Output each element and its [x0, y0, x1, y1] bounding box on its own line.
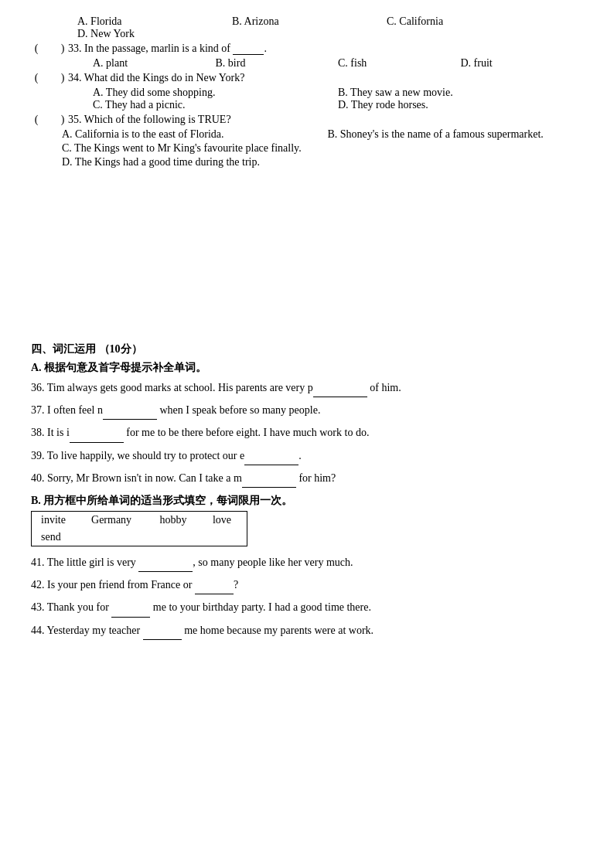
q33-opt-c: C. fish — [338, 57, 461, 70]
question-34-row: ( ) 34. What did the Kings do in New Yor… — [31, 72, 583, 84]
blank-37 — [103, 409, 157, 420]
question-33-row: ( ) 33. In the passage, marlin is a kind… — [31, 43, 583, 55]
q42-line: 42. Is your pen friend from France or ? — [31, 575, 583, 594]
q34-opt-a: A. They did some shopping. — [93, 87, 338, 99]
q36-line: 36. Tim always gets good marks at school… — [31, 378, 583, 397]
word-invite: invite — [32, 511, 83, 529]
q44-num: 44. — [31, 625, 46, 636]
q39-text: To live happily, we should try to protec… — [47, 450, 302, 461]
q42-num: 42. — [31, 579, 47, 591]
q38-line: 38. It is i for me to be there before ei… — [31, 423, 583, 442]
word-box-row2: send — [32, 529, 247, 546]
part-a-header: A. 根据句意及首字母提示补全单词。 — [31, 361, 583, 375]
bracket-open-33: ( — [31, 43, 42, 55]
word-box-empty — [82, 529, 247, 546]
q38-text: It is i for me to be there before eight.… — [47, 427, 369, 438]
q40-line: 40. Sorry, Mr Brown isn't in now. Can I … — [31, 468, 583, 488]
q33-opt-d: D. fruit — [461, 57, 584, 70]
q38-num: 38. — [31, 427, 47, 438]
q43-num: 43. — [31, 601, 47, 613]
blank-41 — [138, 561, 193, 572]
question-33-text: 33. In the passage, marlin is a kind of … — [68, 43, 267, 55]
blank-40 — [242, 477, 296, 488]
bracket-close-35: ) — [57, 114, 68, 126]
q41-line: 41. The little girl is very , so many pe… — [31, 553, 583, 572]
q41-num: 41. — [31, 557, 47, 568]
blank-36 — [313, 386, 367, 397]
blank-44 — [143, 629, 182, 640]
blank-38 — [70, 432, 124, 443]
q44-line: 44. Yesterday my teacher me home because… — [31, 621, 583, 640]
option-arizona: B. Arizona — [232, 15, 387, 28]
q40-text: Sorry, Mr Brown isn't in now. Can I take… — [47, 472, 336, 484]
q37-num: 37. — [31, 404, 47, 416]
question-35-row: ( ) 35. Which of the following is TRUE? — [31, 114, 583, 126]
q43-line: 43. Thank you for me to your birthday pa… — [31, 597, 583, 617]
q40-num: 40. — [31, 472, 47, 484]
q34-opt-d: D. They rode horses. — [338, 99, 583, 111]
word-send: send — [32, 529, 83, 546]
word-box-table: invite Germany hobby love send — [31, 511, 247, 546]
q42-text: Is your pen friend from France or ? — [47, 579, 238, 591]
word-box-container: invite Germany hobby love send — [31, 511, 583, 546]
bracket-close-33: ) — [57, 43, 68, 55]
word-germany: Germany — [82, 511, 150, 529]
q41-text: The little girl is very , so many people… — [47, 557, 353, 568]
q35-opt-b: B. Shoney's is the name of a famous supe… — [328, 128, 544, 140]
q35-options: A. California is to the east of Florida.… — [62, 128, 583, 170]
q37-text: I often feel n when I speak before so ma… — [47, 404, 320, 416]
blank-39 — [244, 454, 298, 465]
q34-options: A. They did some shopping. B. They saw a… — [93, 87, 583, 111]
q39-line: 39. To live happily, we should try to pr… — [31, 446, 583, 465]
q36-num: 36. — [31, 382, 47, 393]
q33-options: A. plant B. bird C. fish D. fruit — [93, 57, 583, 70]
blank-43 — [111, 607, 150, 618]
q39-num: 39. — [31, 450, 47, 461]
answer-blank-33 — [42, 43, 57, 55]
answer-blank-34 — [42, 72, 57, 84]
top-options-row: A. Florida B. Arizona C. California D. N… — [77, 15, 583, 40]
q43-text: Thank you for me to your birthday party.… — [47, 601, 371, 613]
option-california: C. California — [387, 15, 526, 28]
word-love: love — [203, 511, 247, 529]
question-34-text: 34. What did the Kings do in New York? — [68, 72, 244, 84]
bracket-close-34: ) — [57, 72, 68, 84]
q35-opt-d: D. The Kings had a good time during the … — [62, 156, 583, 168]
bracket-open-35: ( — [31, 114, 42, 126]
q44-text: Yesterday my teacher me home because my … — [46, 625, 374, 636]
q34-opt-b: B. They saw a new movie. — [338, 87, 583, 99]
bracket-open-34: ( — [31, 72, 42, 84]
answer-blank-35 — [42, 114, 57, 126]
blank-42 — [195, 584, 234, 594]
blank-33 — [233, 44, 264, 55]
q37-line: 37. I often feel n when I speak before s… — [31, 400, 583, 420]
section-four-header: 四、词汇运用 （10分） — [31, 342, 583, 356]
word-hobby: hobby — [150, 511, 203, 529]
q33-opt-b: B. bird — [216, 57, 339, 70]
q35-opt-c: C. The Kings went to Mr King's favourite… — [62, 142, 583, 155]
part-b-header: B. 用方框中所给单词的适当形式填空，每词限用一次。 — [31, 494, 583, 508]
q35-opt-a: A. California is to the east of Florida. — [62, 128, 325, 141]
q36-text-before: Tim always gets good marks at school. Hi… — [47, 382, 401, 393]
option-florida: A. Florida — [77, 15, 232, 28]
q33-opt-a: A. plant — [93, 57, 216, 70]
q35-opt-ab-row: A. California is to the east of Florida.… — [62, 128, 583, 141]
question-35-text: 35. Which of the following is TRUE? — [68, 114, 231, 126]
blank-spacer — [31, 172, 583, 327]
option-newyork: D. New York — [77, 28, 201, 40]
q34-opt-c: C. They had a picnic. — [93, 99, 338, 111]
word-box-row1: invite Germany hobby love — [32, 511, 247, 529]
